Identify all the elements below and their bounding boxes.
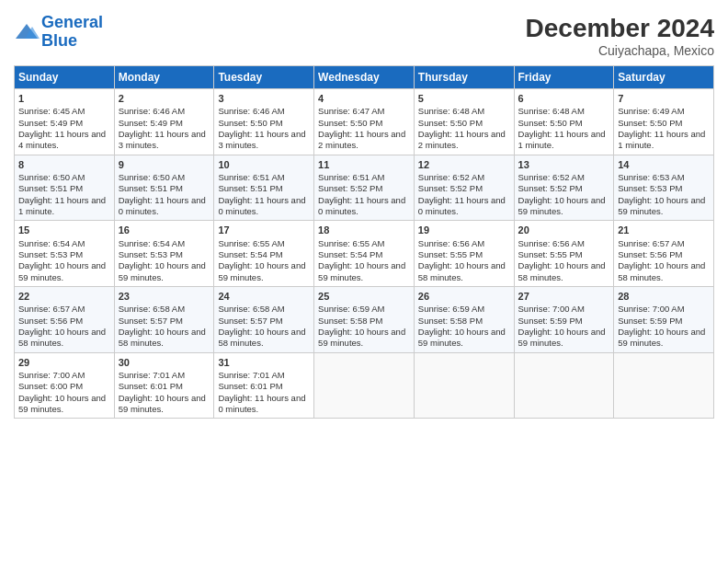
sunrise-label: Sunrise: 6:56 AM: [518, 238, 585, 248]
week-row-3: 15 Sunrise: 6:54 AM Sunset: 5:53 PM Dayl…: [15, 221, 714, 287]
day-cell: 31 Sunrise: 7:01 AM Sunset: 6:01 PM Dayl…: [214, 352, 314, 419]
week-row-2: 8 Sunrise: 6:50 AM Sunset: 5:51 PM Dayli…: [15, 155, 714, 221]
daylight-label: Daylight: 11 hours and 2 minutes.: [318, 129, 405, 150]
sunset-label: Sunset: 5:54 PM: [318, 249, 382, 259]
day-number: 25: [318, 290, 410, 303]
day-cell: 16 Sunrise: 6:54 AM Sunset: 5:53 PM Dayl…: [114, 221, 214, 287]
sunset-label: Sunset: 6:01 PM: [119, 381, 183, 391]
sunset-label: Sunset: 5:56 PM: [18, 316, 83, 326]
day-cell: 26 Sunrise: 6:59 AM Sunset: 5:58 PM Dayl…: [414, 287, 514, 353]
sunset-label: Sunset: 5:52 PM: [418, 183, 483, 193]
header-cell-sunday: Sunday: [15, 66, 115, 89]
logo-icon: [14, 22, 40, 42]
day-number: 1: [18, 92, 110, 105]
header-cell-tuesday: Tuesday: [214, 66, 314, 89]
daylight-label: Daylight: 10 hours and 59 minutes.: [218, 260, 305, 282]
sunset-label: Sunset: 5:58 PM: [418, 316, 483, 326]
day-cell: [614, 352, 714, 419]
sunset-label: Sunset: 5:53 PM: [119, 249, 183, 259]
day-number: 15: [18, 224, 110, 236]
sunset-label: Sunset: 5:55 PM: [418, 249, 483, 259]
daylight-label: Daylight: 10 hours and 59 minutes.: [119, 260, 206, 282]
day-cell: 22 Sunrise: 6:57 AM Sunset: 5:56 PM Dayl…: [15, 287, 115, 353]
sunrise-label: Sunrise: 6:59 AM: [318, 304, 384, 314]
day-cell: 11 Sunrise: 6:51 AM Sunset: 5:52 PM Dayl…: [314, 155, 415, 221]
sunset-label: Sunset: 5:50 PM: [418, 118, 483, 128]
sunset-label: Sunset: 5:52 PM: [518, 183, 583, 193]
sunrise-label: Sunrise: 6:52 AM: [518, 172, 585, 182]
day-cell: 21 Sunrise: 6:57 AM Sunset: 5:56 PM Dayl…: [614, 221, 714, 287]
day-number: 16: [119, 224, 210, 236]
header-cell-thursday: Thursday: [414, 66, 514, 89]
logo-text: General Blue: [41, 14, 103, 51]
day-number: 27: [518, 290, 610, 303]
daylight-label: Daylight: 11 hours and 0 minutes.: [119, 195, 206, 216]
header-cell-wednesday: Wednesday: [314, 66, 415, 89]
sunrise-label: Sunrise: 6:56 AM: [418, 238, 484, 248]
sunrise-label: Sunrise: 7:01 AM: [119, 370, 185, 380]
sunset-label: Sunset: 5:56 PM: [618, 249, 682, 259]
sunset-label: Sunset: 5:53 PM: [618, 183, 682, 193]
daylight-label: Daylight: 10 hours and 58 minutes.: [518, 260, 606, 282]
day-number: 7: [618, 92, 710, 105]
day-cell: 23 Sunrise: 6:58 AM Sunset: 5:57 PM Dayl…: [114, 287, 214, 353]
day-number: 8: [18, 158, 110, 171]
daylight-label: Daylight: 11 hours and 1 minute.: [518, 129, 606, 150]
day-cell: 27 Sunrise: 7:00 AM Sunset: 5:59 PM Dayl…: [514, 287, 614, 353]
day-cell: [314, 352, 415, 419]
day-cell: 19 Sunrise: 6:56 AM Sunset: 5:55 PM Dayl…: [414, 221, 514, 287]
daylight-label: Daylight: 10 hours and 58 minutes.: [218, 327, 305, 348]
sunrise-label: Sunrise: 6:58 AM: [218, 304, 284, 314]
daylight-label: Daylight: 10 hours and 59 minutes.: [18, 260, 106, 282]
day-cell: 9 Sunrise: 6:50 AM Sunset: 5:51 PM Dayli…: [114, 155, 214, 221]
sunset-label: Sunset: 5:59 PM: [618, 316, 682, 326]
daylight-label: Daylight: 11 hours and 3 minutes.: [218, 129, 305, 150]
sunset-label: Sunset: 5:53 PM: [18, 249, 83, 259]
sunset-label: Sunset: 5:51 PM: [119, 183, 183, 193]
day-cell: 24 Sunrise: 6:58 AM Sunset: 5:57 PM Dayl…: [214, 287, 314, 353]
sunset-label: Sunset: 5:50 PM: [318, 118, 382, 128]
sunrise-label: Sunrise: 6:50 AM: [119, 172, 185, 182]
calendar-table: SundayMondayTuesdayWednesdayThursdayFrid…: [14, 65, 714, 419]
sunrise-label: Sunrise: 6:57 AM: [18, 304, 85, 314]
day-cell: 7 Sunrise: 6:49 AM Sunset: 5:50 PM Dayli…: [614, 89, 714, 155]
sunset-label: Sunset: 5:52 PM: [318, 183, 382, 193]
day-cell: 12 Sunrise: 6:52 AM Sunset: 5:52 PM Dayl…: [414, 155, 514, 221]
sunrise-label: Sunrise: 6:51 AM: [218, 172, 284, 182]
sunset-label: Sunset: 5:57 PM: [218, 316, 282, 326]
sunset-label: Sunset: 5:49 PM: [18, 118, 83, 128]
daylight-label: Daylight: 11 hours and 0 minutes.: [218, 195, 305, 216]
sunrise-label: Sunrise: 6:54 AM: [18, 238, 85, 248]
daylight-label: Daylight: 10 hours and 59 minutes.: [518, 327, 606, 348]
daylight-label: Daylight: 11 hours and 0 minutes.: [318, 195, 405, 216]
sunrise-label: Sunrise: 7:01 AM: [218, 370, 284, 380]
daylight-label: Daylight: 10 hours and 58 minutes.: [119, 327, 206, 348]
sunrise-label: Sunrise: 7:00 AM: [18, 370, 85, 380]
daylight-label: Daylight: 10 hours and 59 minutes.: [318, 260, 405, 282]
day-number: 20: [518, 224, 610, 236]
day-cell: 13 Sunrise: 6:52 AM Sunset: 5:52 PM Dayl…: [514, 155, 614, 221]
page-header: General Blue December 2024 Cuiyachapa, M…: [14, 14, 714, 58]
day-number: 2: [119, 92, 210, 105]
sunset-label: Sunset: 6:01 PM: [218, 381, 282, 391]
day-cell: 28 Sunrise: 7:00 AM Sunset: 5:59 PM Dayl…: [614, 287, 714, 353]
sunset-label: Sunset: 5:57 PM: [119, 316, 183, 326]
day-cell: 6 Sunrise: 6:48 AM Sunset: 5:50 PM Dayli…: [514, 89, 614, 155]
daylight-label: Daylight: 11 hours and 4 minutes.: [18, 129, 106, 150]
day-number: 11: [318, 158, 410, 171]
daylight-label: Daylight: 11 hours and 1 minute.: [618, 129, 705, 150]
day-cell: 25 Sunrise: 6:59 AM Sunset: 5:58 PM Dayl…: [314, 287, 415, 353]
day-cell: 18 Sunrise: 6:55 AM Sunset: 5:54 PM Dayl…: [314, 221, 415, 287]
day-cell: 8 Sunrise: 6:50 AM Sunset: 5:51 PM Dayli…: [15, 155, 115, 221]
sunrise-label: Sunrise: 6:54 AM: [119, 238, 185, 248]
day-number: 28: [618, 290, 710, 303]
main-title: December 2024: [526, 14, 714, 43]
day-cell: 15 Sunrise: 6:54 AM Sunset: 5:53 PM Dayl…: [15, 221, 115, 287]
sunset-label: Sunset: 6:00 PM: [18, 381, 83, 391]
sunrise-label: Sunrise: 6:50 AM: [18, 172, 85, 182]
day-cell: 3 Sunrise: 6:46 AM Sunset: 5:50 PM Dayli…: [214, 89, 314, 155]
header-cell-monday: Monday: [114, 66, 214, 89]
sunrise-label: Sunrise: 6:51 AM: [318, 172, 384, 182]
sunrise-label: Sunrise: 6:57 AM: [618, 238, 684, 248]
daylight-label: Daylight: 11 hours and 2 minutes.: [418, 129, 506, 150]
